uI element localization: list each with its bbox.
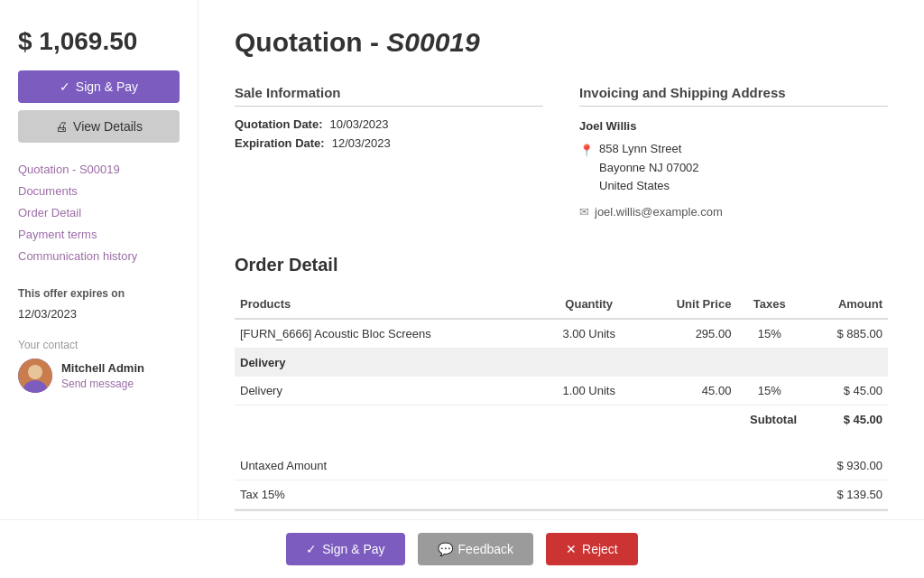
header-row: Products Quantity Unit Price Taxes Amoun…: [235, 290, 888, 319]
address-country: United States: [599, 177, 699, 196]
avatar: [18, 359, 52, 393]
feedback-button-bottom[interactable]: 💬 Feedback: [418, 533, 533, 565]
offer-date: 12/03/2023: [18, 307, 180, 321]
delivery-taxes: 15%: [736, 377, 802, 406]
product-unit-price: 295.00: [637, 319, 736, 349]
contact-label: Your contact: [18, 339, 180, 351]
delivery-unit-price: 45.00: [637, 377, 736, 406]
table-row: [FURN_6666] Acoustic Bloc Screens 3.00 U…: [235, 319, 888, 349]
bottom-bar: ✓ Sign & Pay 💬 Feedback ✕ Reject: [0, 519, 924, 578]
view-details-button-sidebar[interactable]: 🖨 View Details: [18, 110, 180, 143]
col-quantity: Quantity: [541, 290, 637, 319]
untaxed-value: $ 930.00: [836, 459, 882, 472]
delivery-category-label: Delivery: [235, 349, 888, 378]
delivery-category-row: Delivery: [235, 349, 888, 378]
address-text: 858 Lynn Street Bayonne NJ 07002 United …: [599, 140, 699, 196]
contact-name: Mitchell Admin: [61, 361, 144, 375]
reject-button-bottom[interactable]: ✕ Reject: [546, 533, 638, 565]
tax-row: Tax 15% $ 139.50: [235, 480, 888, 509]
subtotal-row: Subtotal $ 45.00: [235, 406, 888, 434]
product-description: [FURN_6666] Acoustic Bloc Screens: [235, 319, 541, 349]
contact-details: Mitchell Admin Send message: [61, 361, 144, 391]
subtotal-value: $ 45.00: [802, 406, 888, 434]
avatar-image: [18, 359, 52, 393]
table-body: [FURN_6666] Acoustic Bloc Screens 3.00 U…: [235, 319, 888, 434]
delivery-description: Delivery: [235, 377, 541, 406]
col-products: Products: [235, 290, 541, 319]
sidebar-item-order-detail[interactable]: Order Detail: [18, 204, 180, 220]
checkmark-icon-bottom: ✓: [306, 542, 317, 556]
main-content: Quotation - S00019 Sale Information Quot…: [199, 0, 924, 578]
quotation-date-label: Quotation Date:: [235, 117, 323, 131]
table-row: Delivery 1.00 Units 45.00 15% $ 45.00: [235, 377, 888, 406]
col-amount: Amount: [802, 290, 888, 319]
product-amount: $ 885.00: [802, 319, 888, 349]
close-icon: ✕: [566, 542, 577, 556]
order-detail-title: Order Detail: [235, 255, 888, 275]
expiration-date-row: Expiration Date: 12/03/2023: [235, 136, 543, 150]
sidebar-item-quotation[interactable]: Quotation - S00019: [18, 161, 180, 177]
sidebar-item-communication-history[interactable]: Communication history: [18, 247, 180, 264]
tax-value: $ 139.50: [836, 488, 882, 501]
col-taxes: Taxes: [736, 290, 802, 319]
sidebar-item-payment-terms[interactable]: Payment terms: [18, 226, 180, 242]
sign-pay-button-bottom[interactable]: ✓ Sign & Pay: [286, 533, 404, 565]
quotation-date-value: 10/03/2023: [330, 117, 389, 131]
svg-point-3: [30, 366, 41, 378]
info-section: Sale Information Quotation Date: 10/03/2…: [235, 85, 888, 219]
offer-expires-label: This offer expires on: [18, 287, 180, 302]
address-line: 📍 858 Lynn Street Bayonne NJ 07002 Unite…: [579, 140, 888, 196]
table-header: Products Quantity Unit Price Taxes Amoun…: [235, 290, 888, 319]
sidebar-navigation: Quotation - S00019 Documents Order Detai…: [18, 161, 180, 269]
sign-pay-button-sidebar[interactable]: ✓ Sign & Pay: [18, 70, 180, 103]
address-street: 858 Lynn Street: [599, 140, 699, 159]
expiration-date-label: Expiration Date:: [235, 136, 325, 150]
address-city: Bayonne NJ 07002: [599, 159, 699, 178]
price-amount: $ 1,069.50: [18, 27, 180, 56]
expiration-date-value: 12/03/2023: [332, 136, 391, 150]
sidebar: $ 1,069.50 ✓ Sign & Pay 🖨 View Details Q…: [0, 0, 199, 578]
product-taxes: 15%: [736, 319, 802, 349]
invoice-shipping-address: Invoicing and Shipping Address Joel Will…: [579, 85, 888, 219]
delivery-amount: $ 45.00: [802, 377, 888, 406]
address-block: Joel Willis 📍 858 Lynn Street Bayonne NJ…: [579, 117, 888, 196]
recipient-name: Joel Willis: [579, 117, 888, 136]
email-icon: ✉: [579, 205, 589, 219]
email-line: ✉ joel.willis@example.com: [579, 205, 888, 219]
col-unit-price: Unit Price: [637, 290, 736, 319]
email-address: joel.willis@example.com: [595, 205, 723, 219]
location-icon: 📍: [579, 142, 594, 161]
page-title: Quotation - S00019: [235, 27, 888, 58]
sale-info-title: Sale Information: [235, 85, 543, 107]
quotation-date-row: Quotation Date: 10/03/2023: [235, 117, 543, 131]
printer-icon: 🖨: [55, 119, 68, 134]
sale-information: Sale Information Quotation Date: 10/03/2…: [235, 85, 543, 219]
checkmark-icon: ✓: [60, 79, 70, 94]
contact-info: Mitchell Admin Send message: [18, 359, 180, 393]
untaxed-row: Untaxed Amount $ 930.00: [235, 452, 888, 480]
order-detail-section: Order Detail Products Quantity Unit Pric…: [235, 255, 888, 540]
chat-icon: 💬: [438, 542, 453, 556]
product-quantity: 3.00 Units: [541, 319, 637, 349]
sidebar-item-documents[interactable]: Documents: [18, 182, 180, 199]
tax-label: Tax 15%: [240, 488, 285, 501]
send-message-link[interactable]: Send message: [61, 378, 134, 390]
order-table: Products Quantity Unit Price Taxes Amoun…: [235, 290, 888, 434]
delivery-quantity: 1.00 Units: [541, 377, 637, 406]
untaxed-label: Untaxed Amount: [240, 459, 327, 472]
subtotal-label: Subtotal: [235, 406, 802, 434]
invoice-info-title: Invoicing and Shipping Address: [579, 85, 888, 107]
